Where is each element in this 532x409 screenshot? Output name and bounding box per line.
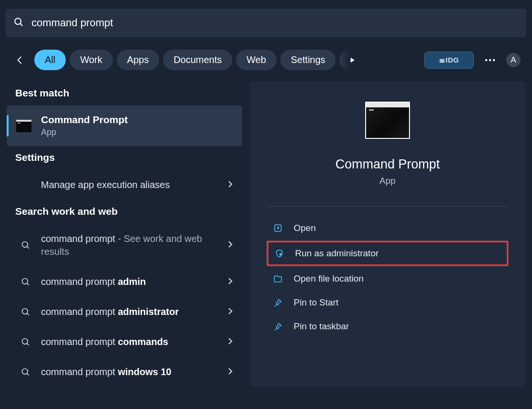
- preview-panel: Command Prompt App OpenRun as administra…: [250, 82, 525, 387]
- filter-chip-all[interactable]: All: [34, 50, 66, 70]
- best-match-title: Command Prompt: [41, 114, 128, 126]
- search-icon: [21, 277, 31, 287]
- web-suggestion[interactable]: command prompt administrator: [7, 297, 242, 327]
- web-suggestion-text: command prompt administrator: [41, 305, 217, 318]
- search-input[interactable]: [31, 17, 519, 29]
- search-icon: [13, 17, 31, 29]
- command-prompt-preview-icon: [365, 102, 410, 139]
- best-match-heading: Best match: [7, 82, 242, 105]
- action-open[interactable]: Open: [267, 217, 508, 239]
- search-icon: [21, 367, 31, 377]
- best-match-subtitle: App: [41, 127, 128, 137]
- svg-line-9: [27, 283, 29, 285]
- action-label: Run as administrator: [295, 248, 379, 259]
- pin-icon: [273, 297, 283, 308]
- svg-point-3: [485, 59, 487, 61]
- svg-point-17: [279, 253, 282, 255]
- filter-chip-work[interactable]: Work: [70, 50, 113, 70]
- action-label: Open file location: [294, 273, 364, 284]
- chevron-right-icon: [228, 307, 233, 317]
- action-pin-to-taskbar[interactable]: Pin to taskbar: [267, 315, 508, 337]
- web-suggestion[interactable]: command prompt windows 10: [7, 357, 242, 387]
- web-suggestion-text: command prompt admin: [41, 275, 217, 288]
- folder-icon: [273, 273, 283, 284]
- svg-point-8: [22, 278, 28, 284]
- web-suggestion-text: command prompt - See work and web result…: [41, 232, 217, 258]
- filter-chip-web[interactable]: Web: [236, 50, 276, 70]
- action-pin-to-start[interactable]: Pin to Start: [267, 292, 508, 314]
- svg-point-10: [22, 308, 28, 314]
- settings-heading: Settings: [7, 146, 242, 170]
- filter-chip-settings[interactable]: Settings: [280, 50, 336, 70]
- chevron-right-icon: [228, 367, 233, 377]
- open-external-icon: [273, 223, 283, 233]
- action-open-file-location[interactable]: Open file location: [267, 268, 508, 290]
- web-suggestion[interactable]: command prompt admin: [7, 267, 242, 297]
- svg-point-4: [489, 59, 491, 61]
- svg-point-6: [22, 242, 28, 248]
- search-icon: [21, 241, 31, 250]
- web-suggestion[interactable]: command prompt - See work and web result…: [7, 224, 242, 267]
- preview-subtitle: App: [379, 176, 396, 186]
- action-label: Pin to taskbar: [294, 321, 349, 332]
- more-options-button[interactable]: [482, 52, 498, 68]
- settings-item-label: Manage app execution aliases: [41, 178, 217, 191]
- action-label: Pin to Start: [294, 297, 338, 308]
- svg-marker-2: [351, 57, 355, 63]
- search-icon: [21, 307, 31, 317]
- web-work-heading: Search work and web: [7, 200, 242, 224]
- svg-line-15: [27, 373, 29, 375]
- svg-line-1: [20, 24, 23, 26]
- svg-line-11: [27, 313, 29, 315]
- user-avatar[interactable]: A: [506, 53, 521, 67]
- preview-title: Command Prompt: [335, 157, 440, 172]
- svg-line-13: [27, 343, 29, 345]
- svg-point-14: [22, 368, 28, 374]
- best-match-item[interactable]: Command Prompt App: [7, 105, 242, 146]
- svg-line-7: [27, 247, 29, 249]
- chevron-right-icon: [228, 337, 233, 347]
- web-suggestion-text: command prompt windows 10: [41, 366, 217, 378]
- divider: [267, 206, 508, 207]
- web-suggestion-text: command prompt commands: [41, 336, 217, 348]
- search-bar[interactable]: [6, 9, 526, 37]
- search-icon: [21, 337, 31, 347]
- svg-point-0: [15, 18, 21, 24]
- filter-row: AllWorkAppsDocumentsWebSettingsPeople ≣I…: [0, 37, 532, 70]
- scroll-filters-button[interactable]: [339, 50, 358, 70]
- organization-button[interactable]: ≣IDG: [424, 52, 474, 69]
- action-run-as-administrator[interactable]: Run as administrator: [267, 241, 508, 266]
- pin-icon: [273, 321, 283, 332]
- web-suggestion[interactable]: command prompt commands: [7, 327, 242, 357]
- chevron-right-icon: [228, 241, 233, 250]
- chevron-right-icon: [228, 180, 233, 190]
- filter-chips: AllWorkAppsDocumentsWebSettingsPeople: [34, 50, 358, 70]
- svg-point-12: [22, 338, 28, 344]
- preview-actions: OpenRun as administratorOpen file locati…: [267, 217, 508, 337]
- filter-chip-documents[interactable]: Documents: [163, 50, 232, 70]
- filter-chip-apps[interactable]: Apps: [117, 50, 160, 70]
- results-panel: Best match Command Prompt App Settings M…: [7, 82, 242, 387]
- back-button[interactable]: [13, 53, 27, 67]
- settings-item[interactable]: Manage app execution aliases: [7, 170, 242, 200]
- chevron-right-icon: [228, 277, 233, 287]
- command-prompt-icon: [16, 120, 31, 132]
- action-label: Open: [294, 223, 316, 233]
- svg-point-5: [493, 59, 495, 61]
- shield-icon: [274, 248, 285, 259]
